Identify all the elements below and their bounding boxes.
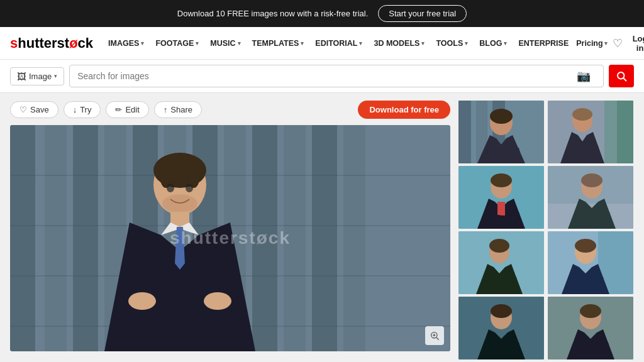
nav-music[interactable]: MUSIC ▾ <box>205 35 245 52</box>
search-input[interactable] <box>77 71 577 81</box>
thumbnail-7[interactable] <box>458 297 545 359</box>
thumbnail-4[interactable] <box>547 166 634 229</box>
nav-editorial[interactable]: EDITORIAL ▾ <box>310 35 367 52</box>
search-type-select[interactable]: 🖼 Image ▾ <box>10 67 64 85</box>
svg-point-65 <box>491 304 512 318</box>
thumbnail-3[interactable] <box>458 166 545 229</box>
svg-point-45 <box>572 108 592 121</box>
chevron-down-icon: ▾ <box>604 40 608 47</box>
zoom-button[interactable] <box>425 326 444 345</box>
svg-point-25 <box>162 194 197 213</box>
svg-point-61 <box>575 239 596 253</box>
download-button[interactable]: Download for free <box>358 101 450 119</box>
thumbnail-image-7 <box>458 297 545 359</box>
svg-point-29 <box>128 292 156 310</box>
search-input-wrap: 📷 <box>69 65 604 87</box>
banner-text: Download 10 FREE images now with a risk-… <box>177 9 368 18</box>
nav-enterprise[interactable]: ENTERPRISE <box>513 35 574 52</box>
logo-s: s <box>10 35 18 52</box>
nav-images[interactable]: IMAGES ▾ <box>103 35 149 52</box>
svg-point-69 <box>580 304 601 318</box>
chevron-down-icon: ▾ <box>359 40 362 47</box>
nav-footage[interactable]: FOOTAGE ▾ <box>150 35 204 52</box>
logo-ck: ck <box>78 35 93 52</box>
svg-rect-3 <box>10 125 35 351</box>
thumbnail-9[interactable] <box>547 297 634 359</box>
svg-point-24 <box>186 184 193 192</box>
svg-rect-5 <box>73 125 98 351</box>
svg-line-32 <box>436 337 439 340</box>
svg-rect-13 <box>312 125 337 351</box>
nav-3dmodels[interactable]: 3D MODELS ▾ <box>369 35 430 52</box>
main-content: ♡ Save ↓ Try ✏ Edit ↑ Share Download for… <box>0 93 644 362</box>
svg-point-57 <box>489 239 509 253</box>
chevron-down-icon: ▾ <box>301 40 304 47</box>
thumbnail-5[interactable] <box>458 231 545 294</box>
svg-rect-43 <box>617 101 633 163</box>
trial-button[interactable]: Start your free trial <box>378 5 467 22</box>
svg-point-40 <box>490 109 513 124</box>
thumbnail-1[interactable] <box>458 101 545 163</box>
svg-point-49 <box>491 173 512 187</box>
main-image-bg: shutterstøck <box>10 125 450 351</box>
chevron-down-icon: ▾ <box>238 40 241 47</box>
svg-rect-11 <box>252 125 277 351</box>
main-image: shutterstøck <box>10 125 450 351</box>
thumbnail-image-5 <box>458 231 545 294</box>
image-viewer: ♡ Save ↓ Try ✏ Edit ↑ Share Download for… <box>10 101 450 362</box>
chevron-down-icon: ▾ <box>421 40 425 47</box>
try-button[interactable]: ↓ Try <box>64 101 101 118</box>
download-icon: ↓ <box>73 105 77 114</box>
chevron-down-icon: ▾ <box>196 40 199 47</box>
edit-icon: ✏ <box>115 105 122 114</box>
pricing-link[interactable]: Pricing ▾ <box>576 39 607 48</box>
chevron-down-icon: ▾ <box>465 40 468 47</box>
svg-rect-12 <box>284 125 306 351</box>
toolbar: ♡ Save ↓ Try ✏ Edit ↑ Share Download for… <box>10 101 450 119</box>
search-icon <box>616 70 627 82</box>
camera-icon[interactable]: 📷 <box>577 69 591 83</box>
thumbnail-grid: See more <box>458 101 634 362</box>
edit-button[interactable]: ✏ Edit <box>106 101 148 118</box>
svg-point-23 <box>167 184 174 192</box>
svg-rect-4 <box>45 125 67 351</box>
svg-line-1 <box>623 78 626 80</box>
bg-architecture <box>10 125 450 351</box>
thumbnail-image-1 <box>458 101 545 163</box>
save-button[interactable]: ♡ Save <box>10 101 58 118</box>
navbar: shutterstøck IMAGES ▾ FOOTAGE ▾ MUSIC ▾ … <box>0 27 644 60</box>
thumbnail-6[interactable] <box>547 231 634 294</box>
search-bar: 🖼 Image ▾ 📷 <box>0 60 644 93</box>
share-icon: ↑ <box>164 105 168 114</box>
favorites-icon[interactable]: ♡ <box>613 36 623 50</box>
thumbnail-image-2 <box>547 101 634 163</box>
logo-text: hutterst <box>18 35 69 52</box>
thumbnail-image-9 <box>547 297 634 359</box>
chevron-down-icon: ▾ <box>54 73 57 79</box>
nav-blog[interactable]: BLOG ▾ <box>474 35 512 52</box>
search-button[interactable] <box>609 65 634 87</box>
logo[interactable]: shutterstøck <box>10 35 93 52</box>
nav-right: Pricing ▾ ♡ Log in Sign up <box>576 30 644 57</box>
nav-templates[interactable]: TEMPLATES ▾ <box>247 35 309 52</box>
thumbnail-image-3 <box>458 166 545 229</box>
thumbnail-2[interactable] <box>547 101 634 163</box>
chevron-down-icon: ▾ <box>141 40 144 47</box>
logo-o: ø <box>69 35 77 52</box>
thumbnail-image-6 <box>547 231 634 294</box>
login-button[interactable]: Log in <box>628 31 644 55</box>
heart-icon: ♡ <box>19 105 27 114</box>
svg-rect-14 <box>343 125 365 351</box>
thumbnail-image-4 <box>547 166 634 229</box>
share-button[interactable]: ↑ Share <box>154 101 202 118</box>
zoom-icon <box>430 331 440 341</box>
svg-rect-36 <box>458 101 471 163</box>
svg-point-54 <box>581 173 602 187</box>
chevron-down-icon: ▾ <box>504 40 507 47</box>
svg-point-30 <box>204 292 231 310</box>
image-icon: 🖼 <box>17 71 26 82</box>
nav-items: IMAGES ▾ FOOTAGE ▾ MUSIC ▾ TEMPLATES ▾ E… <box>103 35 574 52</box>
top-banner: Download 10 FREE images now with a risk-… <box>0 0 644 27</box>
nav-tools[interactable]: TOOLS ▾ <box>431 35 473 52</box>
